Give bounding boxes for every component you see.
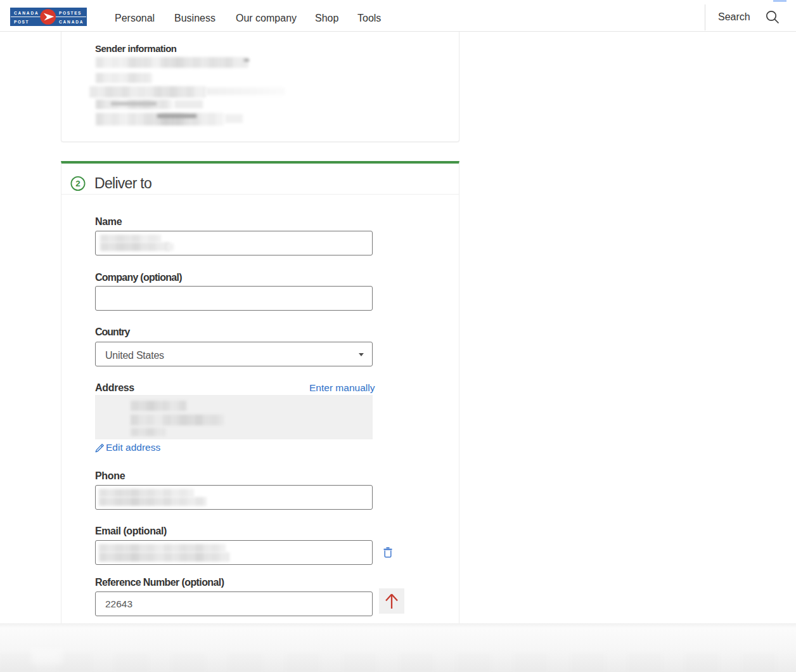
svg-text:POST: POST [14, 20, 29, 24]
svg-text:POSTES: POSTES [59, 11, 82, 15]
svg-text:2: 2 [75, 179, 80, 188]
svg-text:CANADA: CANADA [14, 11, 39, 15]
svg-text:CANADA: CANADA [59, 20, 84, 24]
